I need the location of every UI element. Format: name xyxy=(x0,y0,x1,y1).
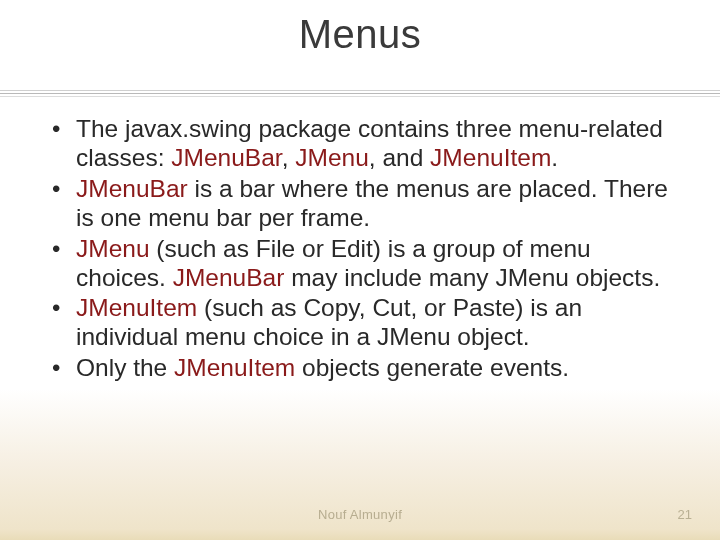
separator-line xyxy=(0,90,720,91)
bullet-item: JMenuItem (such as Copy, Cut, or Paste) … xyxy=(48,294,672,352)
bullet-text: objects generate events. xyxy=(295,354,569,381)
keyword: JMenu xyxy=(76,235,150,262)
slide: Menus The javax.swing package contains t… xyxy=(0,0,720,540)
separator-line xyxy=(0,93,720,94)
keyword: JMenuBar xyxy=(173,264,285,291)
title-wrap: Menus xyxy=(0,12,720,57)
bullet-list: The javax.swing package contains three m… xyxy=(48,115,672,383)
footer-author: Nouf Almunyif xyxy=(0,507,720,522)
separator-line xyxy=(0,96,720,97)
bullet-text: may include many JMenu objects. xyxy=(284,264,660,291)
bullet-item: JMenu (such as File or Edit) is a group … xyxy=(48,235,672,293)
keyword: JMenuItem xyxy=(174,354,295,381)
content-area: The javax.swing package contains three m… xyxy=(48,115,672,385)
bullet-text: , and xyxy=(369,144,430,171)
keyword: JMenuItem xyxy=(76,294,197,321)
bullet-text: Only the xyxy=(76,354,174,381)
slide-title: Menus xyxy=(299,12,422,57)
keyword: JMenu xyxy=(295,144,369,171)
bullet-item: JMenuBar is a bar where the menus are pl… xyxy=(48,175,672,233)
bullet-text: , xyxy=(282,144,296,171)
keyword: JMenuBar xyxy=(76,175,188,202)
keyword: JMenuItem xyxy=(430,144,551,171)
title-separator xyxy=(0,90,720,98)
bullet-item: The javax.swing package contains three m… xyxy=(48,115,672,173)
bullet-item: Only the JMenuItem objects generate even… xyxy=(48,354,672,383)
page-number: 21 xyxy=(678,507,692,522)
bullet-text: . xyxy=(551,144,558,171)
keyword: JMenuBar xyxy=(171,144,281,171)
